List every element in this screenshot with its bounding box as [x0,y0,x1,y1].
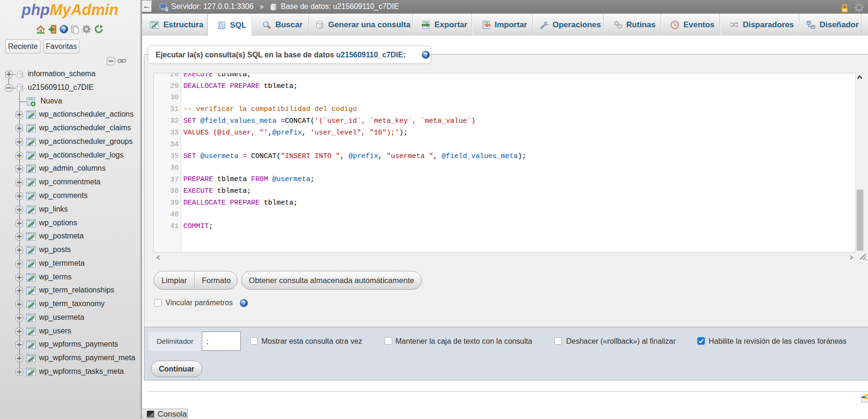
svg-text:?: ? [62,26,66,33]
svg-text:?: ? [424,52,427,58]
svg-text:?: ? [242,300,245,307]
